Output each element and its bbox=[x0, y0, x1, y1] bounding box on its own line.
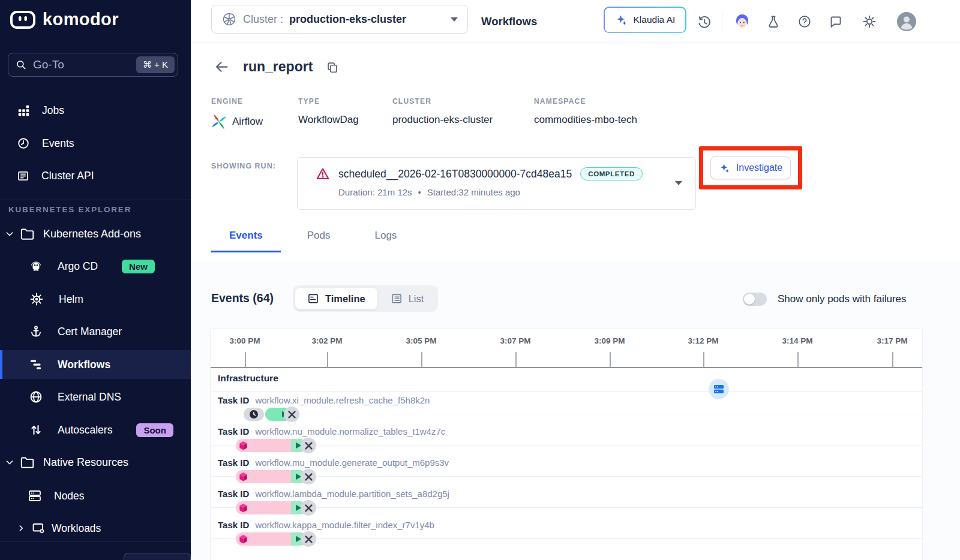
terminated-event-marker[interactable] bbox=[301, 500, 316, 516]
node-event-marker[interactable] bbox=[709, 379, 729, 399]
pod-cube-icon bbox=[238, 472, 248, 482]
axis-tick bbox=[245, 352, 246, 368]
task-name-link[interactable]: workflow.kappa_module.filter_index_r7v1y… bbox=[255, 520, 434, 530]
tab-logs[interactable]: Logs bbox=[357, 230, 415, 252]
event-bar[interactable] bbox=[236, 500, 316, 516]
ai-button-label: Klaudia AI bbox=[634, 14, 676, 25]
axis-tick bbox=[703, 352, 704, 368]
argo-cd-icon bbox=[29, 259, 43, 273]
failures-toggle-label: Show only pods with failures bbox=[778, 293, 907, 305]
toggle-knob bbox=[744, 294, 755, 305]
pod-event-pill[interactable] bbox=[236, 532, 291, 546]
sparkle-icon bbox=[615, 14, 628, 26]
cluster-selector[interactable]: Cluster : production-eks-cluster bbox=[211, 5, 468, 34]
event-bar[interactable] bbox=[244, 407, 299, 422]
history-icon[interactable] bbox=[697, 14, 712, 30]
sidebar-item-label: Cert Manager bbox=[58, 326, 122, 338]
sidebar-item-autoscalers[interactable]: Autoscalers Soon bbox=[0, 417, 191, 443]
tab-pods[interactable]: Pods bbox=[289, 230, 349, 252]
list-view-button[interactable]: List bbox=[379, 288, 436, 309]
sidebar: komodor Go-To ⌘ + K Jobs Events Cl bbox=[0, 0, 191, 560]
axis-tick bbox=[515, 352, 517, 368]
time-axis bbox=[211, 367, 922, 368]
feedback-chat-icon[interactable] bbox=[829, 14, 843, 29]
persona-avatar[interactable] bbox=[733, 12, 752, 31]
cluster-api-icon bbox=[17, 170, 29, 182]
sidebar-item-jobs[interactable]: Jobs bbox=[0, 97, 191, 124]
sidebar-item-workloads[interactable]: Workloads bbox=[0, 515, 191, 541]
sidebar-item-cluster-api[interactable]: Cluster API bbox=[0, 162, 191, 189]
time-label: 3:17 PM bbox=[877, 336, 907, 345]
task-name-link[interactable]: workflow.nu_module.normalize_tables_t1w4… bbox=[255, 426, 445, 436]
sidebar-item-label: Helm bbox=[59, 293, 83, 306]
logo-text: komodor bbox=[43, 10, 119, 29]
failures-toggle-switch[interactable] bbox=[743, 293, 767, 306]
topbar-divider bbox=[722, 11, 722, 32]
help-icon[interactable] bbox=[797, 14, 812, 29]
task-name-link[interactable]: workflow.lambda_module.partition_sets_a8… bbox=[255, 489, 449, 499]
tab-events[interactable]: Events bbox=[211, 230, 281, 252]
terminated-event-marker[interactable] bbox=[284, 407, 299, 422]
settings-gear-icon[interactable] bbox=[862, 14, 877, 29]
komodor-logo[interactable]: komodor bbox=[10, 10, 119, 29]
sidebar-item-label: Workloads bbox=[52, 522, 101, 535]
pod-event-pill[interactable] bbox=[236, 470, 291, 483]
task-id-label: Task ID bbox=[218, 426, 249, 436]
sparkle-icon bbox=[719, 162, 730, 174]
event-bar[interactable] bbox=[236, 438, 316, 453]
sidebar-item-label: Autoscalers bbox=[58, 424, 112, 436]
sidebar-group-native-resources[interactable]: Native Resources bbox=[0, 449, 191, 475]
view-toggle-group: Timeline List bbox=[293, 285, 438, 312]
clock-icon bbox=[249, 410, 259, 419]
sidebar-item-argo-cd[interactable]: Argo CD New bbox=[0, 253, 191, 279]
event-bar[interactable] bbox=[236, 469, 316, 484]
sidebar-item-workflows[interactable]: Workflows bbox=[0, 350, 191, 379]
sidebar-item-events[interactable]: Events bbox=[0, 130, 191, 156]
chevron-down-icon bbox=[5, 229, 14, 239]
pod-event-pill[interactable] bbox=[236, 439, 291, 452]
showing-run-label: SHOWING RUN: bbox=[211, 162, 276, 170]
kubernetes-icon bbox=[221, 11, 237, 27]
sidebar-item-label: Kubernetes Add-ons bbox=[43, 228, 141, 240]
terminated-event-marker[interactable] bbox=[301, 438, 316, 453]
event-bar[interactable] bbox=[236, 531, 316, 547]
investigate-button[interactable]: Investigate bbox=[710, 156, 791, 179]
terminated-event-marker[interactable] bbox=[301, 469, 316, 484]
pod-cube-icon bbox=[238, 441, 248, 451]
task-id-label: Task ID bbox=[218, 457, 249, 468]
klaudia-ai-button[interactable]: Klaudia AI bbox=[604, 7, 686, 33]
task-row-label: Task ID workflow.mu_module.generate_outp… bbox=[218, 457, 449, 468]
row-separator bbox=[211, 538, 922, 539]
pod-event-pill[interactable] bbox=[236, 501, 291, 514]
sidebar-item-helm[interactable]: Helm bbox=[0, 286, 191, 312]
time-label: 3:00 PM bbox=[229, 336, 260, 345]
task-row-label: Task ID workflow.kappa_module.filter_ind… bbox=[218, 520, 434, 530]
meta-label: TYPE bbox=[298, 97, 359, 106]
goto-search-input[interactable]: Go-To ⌘ + K bbox=[8, 53, 178, 77]
sidebar-item-external-dns[interactable]: External DNS bbox=[0, 384, 191, 410]
jobs-icon bbox=[17, 104, 30, 117]
investigate-label: Investigate bbox=[736, 162, 782, 173]
terminated-event-marker[interactable] bbox=[301, 531, 316, 547]
meta-engine: ENGINE Airflow bbox=[211, 97, 263, 130]
profile-avatar[interactable] bbox=[896, 11, 917, 32]
chevron-down-icon[interactable] bbox=[675, 181, 682, 185]
sidebar-item-nodes[interactable]: Nodes bbox=[0, 483, 191, 509]
flask-icon[interactable] bbox=[766, 14, 781, 29]
x-icon bbox=[305, 473, 313, 481]
sidebar-group-kubernetes-addons[interactable]: Kubernetes Add-ons bbox=[0, 221, 191, 247]
meta-label: CLUSTER bbox=[392, 97, 493, 106]
meta-namespace: NAMESPACE commodities-mbo-tech bbox=[534, 97, 637, 126]
back-arrow-icon[interactable] bbox=[214, 59, 230, 75]
run-selector-card[interactable]: scheduled__2026-02-16T0830000000-7cd48ea… bbox=[297, 157, 696, 210]
time-label: 3:05 PM bbox=[406, 336, 436, 345]
copy-icon[interactable] bbox=[326, 61, 339, 74]
x-icon bbox=[288, 411, 296, 419]
task-name-link[interactable]: workflow.mu_module.generate_output_m6p9s… bbox=[255, 457, 449, 468]
timeline-view-button[interactable]: Timeline bbox=[295, 288, 377, 309]
workflows-icon bbox=[29, 357, 43, 372]
x-icon bbox=[305, 504, 313, 512]
sidebar-item-cert-manager[interactable]: Cert Manager bbox=[0, 318, 191, 345]
task-name-link[interactable]: workflow.xi_module.refresh_cache_f5h8k2n bbox=[255, 395, 430, 405]
pending-event-pill[interactable] bbox=[244, 408, 264, 421]
